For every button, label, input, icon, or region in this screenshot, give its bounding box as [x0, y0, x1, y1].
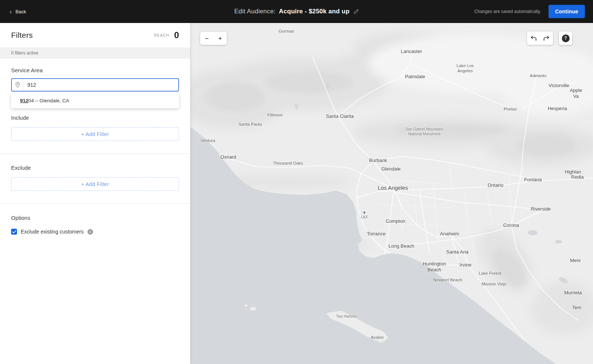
topbar-actions: Changes are saved automatically. Continu… — [474, 5, 593, 18]
map-city-label: Murrieta — [564, 290, 582, 296]
map-labels: GormanLancasterLake Los AngelesPalmdaleA… — [191, 23, 593, 364]
help-button[interactable]: ? — [559, 32, 572, 45]
title-prefix: Edit Audience: — [234, 8, 276, 15]
plane-icon: ✈ — [362, 211, 366, 215]
map-city-label: Huntington Beach — [423, 261, 446, 273]
section-divider — [0, 203, 190, 204]
map-city-label: Apple Va — [567, 87, 584, 100]
zip-suggestion-match: 912 — [20, 98, 29, 103]
service-area-input-wrap: 912 91204 – Glendale, CA — [11, 78, 179, 92]
info-icon[interactable]: i — [87, 229, 93, 235]
filters-sidebar: Filters REACH 0 0 filters active Service… — [0, 23, 191, 364]
title-name: Acquire - $250k and up — [279, 8, 349, 15]
include-add-filter-button[interactable]: + Add Filter — [11, 127, 179, 141]
redo-icon — [543, 36, 550, 41]
exclude-section: Exclude + Add Filter — [0, 165, 190, 191]
zip-suggestion-dropdown: 91204 – Glendale, CA — [11, 93, 179, 108]
map-city-label: Lake Los Angeles — [457, 63, 474, 74]
map-city-label: Santa Ana — [446, 249, 468, 255]
map-city-label: Meni — [570, 258, 580, 264]
map-city-label: Riverside — [531, 206, 551, 212]
topbar: ‹ Back Edit Audience: Acquire - $250k an… — [0, 0, 593, 23]
service-area-section: Service Area 912 91204 – Glendale, CA — [0, 67, 190, 92]
map-city-label: Ventura — [201, 138, 215, 143]
map-city-label: Palmdale — [405, 74, 425, 80]
exclude-label: Exclude — [11, 165, 179, 171]
back-label: Back — [16, 9, 26, 14]
exclude-existing-customers-checkbox[interactable] — [11, 229, 17, 235]
filters-title: Filters — [11, 31, 33, 40]
map-city-label: San Gabriel Mountains National Monument — [405, 127, 443, 136]
section-divider — [0, 153, 190, 154]
map-city-label: Los Angeles — [378, 185, 408, 192]
service-area-input-value: 912 — [23, 82, 36, 88]
map-city-label: Avalon — [371, 335, 384, 340]
map-city-label: Two Harbors — [336, 314, 357, 319]
map-city-label: Torrance — [367, 231, 386, 237]
map-city-label: Glendale — [381, 166, 401, 172]
map-city-label: Lancaster — [401, 49, 422, 54]
map-city-label: Tem — [572, 305, 582, 311]
zip-suggestion-rest: 04 – Glendale, CA — [29, 98, 69, 103]
undo-button[interactable] — [527, 32, 540, 45]
zoom-in-button[interactable]: + — [213, 32, 227, 45]
page-title: Edit Audience: Acquire - $250k and up — [234, 8, 359, 15]
map-city-label: Newport Beach — [433, 277, 463, 282]
service-area-input[interactable]: 912 — [11, 78, 179, 92]
map-city-label: Anaheim — [440, 231, 459, 237]
back-chevron-icon: ‹ — [10, 9, 12, 15]
map-city-label: Irvine — [460, 262, 471, 268]
active-filters-count: 0 filters active — [0, 47, 190, 59]
undo-icon — [530, 36, 537, 41]
exclude-existing-customers-label: Exclude existing customers — [21, 229, 84, 235]
location-pin-icon — [12, 79, 23, 91]
map-city-label: Thousand Oaks — [273, 161, 303, 166]
map-city-label: Victorville — [549, 83, 569, 89]
map-city-label: Santa Paula — [239, 122, 262, 127]
history-control — [527, 32, 553, 45]
question-mark-icon: ? — [562, 34, 570, 42]
autosave-note: Changes are saved automatically. — [474, 9, 541, 14]
map-city-label: Fontana — [524, 177, 542, 183]
service-area-label: Service Area — [11, 67, 179, 73]
map-city-label: Oxnard — [221, 154, 236, 160]
filters-header: Filters REACH 0 — [0, 23, 190, 47]
map-city-label: Redla — [571, 174, 584, 180]
map-city-label: Compton — [386, 218, 405, 224]
map-city-label: Highlan — [565, 169, 581, 175]
exclude-add-filter-button[interactable]: + Add Filter — [11, 177, 179, 191]
map-city-label: Santa Clarita — [326, 113, 354, 119]
zoom-control: − + — [200, 32, 227, 45]
map-city-label: Burbank — [369, 158, 387, 163]
map-city-label: Phelan — [504, 106, 517, 112]
options-label: Options — [11, 215, 179, 221]
options-section: Options Exclude existing customers i — [0, 215, 190, 235]
include-label: Include — [11, 115, 179, 121]
map-city-label: Corona — [503, 222, 519, 228]
map-canvas[interactable]: GormanLancasterLake Los AngelesPalmdaleA… — [191, 23, 593, 364]
map-city-label: Long Beach — [388, 243, 414, 249]
map-city-label: Fillmore — [268, 112, 283, 118]
zoom-out-button[interactable]: − — [200, 32, 213, 45]
zip-suggestion-item[interactable]: 91204 – Glendale, CA — [11, 93, 179, 108]
include-section: Include + Add Filter — [0, 115, 190, 141]
map-city-label: Hesperia — [548, 106, 567, 112]
back-button[interactable]: ‹ Back — [0, 0, 36, 23]
reach-value: 0 — [174, 30, 179, 40]
map-city-label: Gorman — [279, 29, 294, 34]
map-city-label: Ontario — [488, 182, 504, 188]
edit-title-icon[interactable] — [354, 9, 359, 14]
map-city-label: ✈LAX — [361, 211, 368, 220]
reach-indicator: REACH 0 — [154, 30, 179, 40]
reach-label: REACH — [154, 33, 169, 37]
continue-button[interactable]: Continue — [549, 5, 585, 18]
redo-button[interactable] — [540, 32, 553, 45]
exclude-existing-customers-row: Exclude existing customers i — [11, 229, 179, 235]
map-city-label: Adelanto — [530, 73, 546, 78]
map-city-label: Mission Viejo — [481, 281, 507, 287]
map-city-label: Lake Forest — [479, 271, 501, 276]
